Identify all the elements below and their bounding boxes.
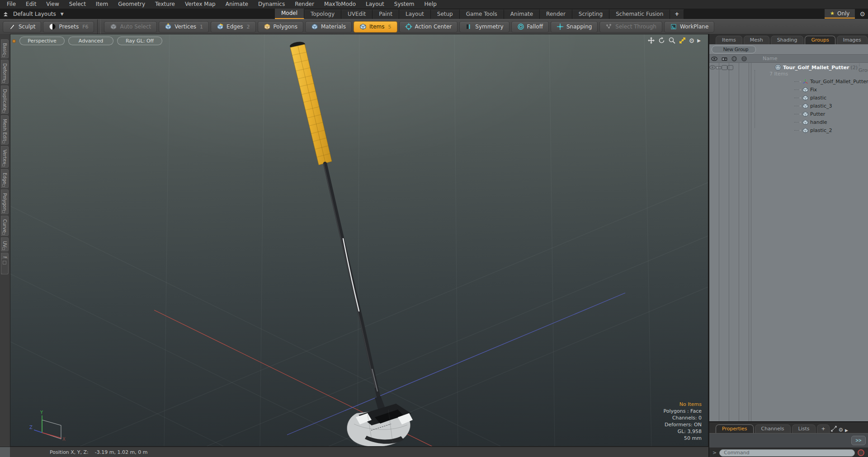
tab-game-tools[interactable]: Game Tools	[460, 9, 504, 19]
tab-mesh[interactable]: Mesh ...	[744, 36, 769, 44]
menu-item[interactable]: Item	[91, 0, 113, 9]
rotate-icon[interactable]	[658, 37, 665, 44]
info-no-items: No Items	[663, 401, 702, 408]
tab-images[interactable]: Images	[837, 36, 868, 44]
tree-row-plastic[interactable]: plastic	[709, 94, 868, 102]
row-eye-icon[interactable]	[709, 65, 716, 70]
left-tab-polygon[interactable]: Polygon	[1, 189, 9, 214]
row-filter-checkbox[interactable]	[722, 65, 727, 70]
left-tab-edge[interactable]: Edge	[1, 169, 9, 188]
menu-help[interactable]: Help	[420, 0, 442, 9]
bottom-gear-icon[interactable]: ⚙	[839, 427, 844, 433]
tab-shading[interactable]: Shading	[771, 36, 804, 44]
gear-icon[interactable]: ⚙	[859, 10, 865, 18]
materials-button[interactable]: Materials	[305, 21, 352, 33]
row-camera-icon[interactable]	[716, 65, 722, 70]
menu-render[interactable]: Render	[290, 0, 319, 9]
tab-uvedit[interactable]: UVEdit	[341, 9, 373, 19]
zoom-icon[interactable]	[668, 37, 676, 44]
falloff-button[interactable]: Falloff	[511, 21, 549, 33]
only-toggle-button[interactable]: ★ Only	[825, 9, 855, 19]
tab-schematic-fusion[interactable]: Schematic Fusion	[609, 9, 670, 19]
left-tab-basic[interactable]: Basic	[1, 39, 9, 58]
filter-column-sphere-icon[interactable]	[729, 56, 739, 61]
left-tab-vertex[interactable]: Vertex	[1, 146, 9, 168]
macro-record-icon[interactable]	[858, 449, 864, 456]
group-row[interactable]: Tour_Golf_Mallet_Putter (2) : Group	[709, 64, 868, 71]
left-tab-deform[interactable]: Deform	[1, 60, 9, 84]
tree-row-plastic-2[interactable]: plastic_2	[709, 126, 868, 134]
row-select-checkbox[interactable]	[727, 65, 733, 70]
tab-channels[interactable]: Channels	[755, 424, 791, 433]
left-tab-uv[interactable]: UV	[1, 237, 9, 251]
viewport-mode-dot-icon[interactable]	[12, 39, 16, 43]
items-button[interactable]: Items5	[354, 21, 397, 33]
tab-topology[interactable]: Topology	[304, 9, 341, 19]
viewport-expand-icon[interactable]: ▶	[697, 38, 701, 43]
menu-maxtomodo[interactable]: MaxToModo	[319, 0, 361, 9]
tab-lists[interactable]: Lists	[792, 424, 816, 433]
bottom-menu-icon[interactable]: ▶	[845, 428, 848, 433]
menu-file[interactable]: File	[2, 0, 21, 9]
menu-texture[interactable]: Texture	[150, 0, 180, 9]
action-center-button[interactable]: Action Center	[399, 21, 458, 33]
workplane-button[interactable]: WorkPlane	[664, 21, 714, 33]
pan-icon[interactable]	[647, 37, 655, 44]
menu-animate[interactable]: Animate	[221, 0, 253, 9]
left-tab-curve[interactable]: Curve	[1, 216, 9, 236]
tab-render[interactable]: Render	[540, 9, 572, 19]
putter-head	[347, 396, 413, 447]
tree-row-fix[interactable]: Fix	[709, 85, 868, 94]
tab-paint[interactable]: Paint	[373, 9, 399, 19]
menu-edit[interactable]: Edit	[21, 0, 41, 9]
select-through-button[interactable]: Select Through	[599, 21, 662, 33]
menu-dynamics[interactable]: Dynamics	[253, 0, 290, 9]
tab-scripting[interactable]: Scripting	[572, 9, 609, 19]
tree-row-plastic-3[interactable]: plastic_3	[709, 102, 868, 110]
detach-panel-icon[interactable]	[831, 426, 837, 432]
tab-items[interactable]: Items	[716, 36, 742, 44]
edges-button[interactable]: Edges2	[211, 21, 255, 33]
viewport-gear-icon[interactable]: ⚙	[689, 37, 695, 44]
perspective-button[interactable]: Perspective	[19, 37, 65, 45]
menu-system[interactable]: System	[389, 0, 420, 9]
tab-model[interactable]: Model	[275, 9, 304, 19]
tab-properties[interactable]: Properties	[716, 424, 754, 433]
snapping-button[interactable]: Snapping	[551, 21, 598, 33]
auto-select-button[interactable]: Auto Select	[104, 21, 157, 33]
render-column-camera-icon[interactable]	[719, 57, 729, 61]
status-bar: Position X, Y, Z: -3.19 m, 1.02 m, 0 m	[10, 447, 708, 457]
viewport-3d[interactable]: Y X Z Perspective Advanced Ray GL: Off	[10, 34, 708, 447]
raygl-button[interactable]: Ray GL: Off	[117, 37, 162, 45]
menu-view[interactable]: View	[41, 0, 64, 9]
left-tab-mesh-edit[interactable]: Mesh Edit	[1, 115, 9, 145]
tab-groups[interactable]: Groups	[805, 36, 835, 44]
menu-geometry[interactable]: Geometry	[113, 0, 150, 9]
collapsed-palette-widget[interactable]	[1, 258, 9, 274]
tab-setup[interactable]: Setup	[431, 9, 460, 19]
visibility-column-eye-icon[interactable]	[709, 57, 719, 61]
vertices-button[interactable]: Vertices1	[159, 21, 209, 33]
symmetry-button[interactable]: Symmetry	[459, 21, 509, 33]
command-input[interactable]	[719, 449, 855, 457]
tab-animate[interactable]: Animate	[504, 9, 540, 19]
tree-row-handle[interactable]: handle	[709, 118, 868, 126]
left-tab-duplicate[interactable]: Duplicate	[1, 85, 9, 114]
maximize-icon[interactable]	[679, 37, 686, 44]
menu-select[interactable]: Select	[64, 0, 91, 9]
expand-properties-button[interactable]: >>	[851, 436, 866, 445]
menu-vertex-map[interactable]: Vertex Map	[180, 0, 221, 9]
sculpt-button[interactable]: Sculpt	[3, 21, 41, 33]
advanced-button[interactable]: Advanced	[68, 37, 113, 45]
add-bottom-tab-button[interactable]: +	[817, 424, 829, 433]
tree-row-putter[interactable]: Putter	[709, 110, 868, 118]
add-layout-tab-button[interactable]: +	[670, 9, 684, 19]
polygons-button[interactable]: Polygons	[258, 21, 303, 33]
default-layouts-button[interactable]: Default Layouts ▼	[3, 9, 64, 18]
tab-layout[interactable]: Layout	[399, 9, 431, 19]
select-column-cube-icon[interactable]	[739, 56, 749, 61]
presets-button[interactable]: PresetsF6	[43, 21, 94, 33]
menu-layout[interactable]: Layout	[361, 0, 389, 9]
new-group-button[interactable]: New Group	[712, 46, 756, 53]
tree-row-locator[interactable]: Tour_Golf_Mallet_Putter	[709, 77, 868, 85]
